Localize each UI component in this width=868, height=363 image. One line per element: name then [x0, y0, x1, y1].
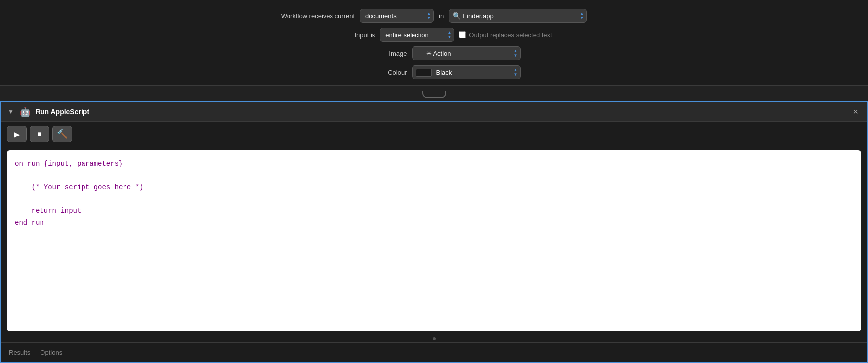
close-button[interactable]: ×: [850, 106, 861, 117]
code-editor[interactable]: on run {input, parameters} (* Your scrip…: [7, 150, 861, 331]
connector-divider: [0, 86, 868, 101]
in-label: in: [439, 12, 444, 20]
output-replaces-label[interactable]: Output replaces selected text: [459, 31, 552, 39]
workflow-row: Workflow receives current documents ▲ ▼ …: [0, 9, 868, 23]
colour-select-wrapper: Black White Red Blue ▲ ▼: [412, 65, 521, 79]
panel-title: Run AppleScript: [36, 108, 89, 116]
results-tab[interactable]: Results: [9, 348, 30, 357]
top-panel: Workflow receives current documents ▲ ▼ …: [0, 0, 868, 86]
script-toolbar: ▶ ■ 🔨: [1, 122, 867, 146]
panel-footer: Results Options: [1, 342, 867, 362]
input-select[interactable]: entire selection: [380, 28, 454, 42]
colour-row: Colour Black White Red Blue ▲ ▼: [0, 65, 868, 79]
collapse-button[interactable]: ▼: [7, 107, 15, 116]
stop-button[interactable]: ■: [30, 126, 49, 142]
build-button[interactable]: 🔨: [52, 126, 72, 142]
arc-connector: [422, 89, 446, 98]
image-select-wrapper: ✳ Action ▲ ▼: [412, 46, 521, 60]
code-content: on run {input, parameters} (* Your scrip…: [15, 158, 853, 229]
panel-header-left: ▼ 🤖 Run AppleScript: [7, 106, 89, 117]
options-tab[interactable]: Options: [40, 348, 62, 357]
run-applescript-panel: ▼ 🤖 Run AppleScript × ▶ ■ 🔨 on run {inpu…: [0, 101, 868, 363]
workflow-label: Workflow receives current: [281, 12, 355, 20]
documents-select[interactable]: documents: [360, 9, 434, 23]
image-row: Image ✳ Action ▲ ▼: [0, 46, 868, 60]
colour-select[interactable]: Black White Red Blue: [412, 65, 521, 79]
image-label: Image: [348, 50, 407, 57]
app-container: Workflow receives current documents ▲ ▼ …: [0, 0, 868, 363]
input-label: Input is: [316, 31, 375, 39]
arc-right: [434, 91, 446, 98]
documents-select-wrapper: documents ▲ ▼: [360, 9, 434, 23]
output-replaces-text: Output replaces selected text: [469, 31, 552, 39]
scroll-indicator: [1, 335, 867, 342]
image-select[interactable]: ✳ Action: [412, 46, 521, 60]
colour-label: Colour: [348, 69, 407, 76]
finder-select-wrapper: 🔍 Finder.app ▲ ▼: [449, 9, 587, 23]
output-replaces-checkbox[interactable]: [459, 31, 466, 38]
run-button[interactable]: ▶: [7, 126, 27, 142]
input-select-wrapper: entire selection ▲ ▼: [380, 28, 454, 42]
panel-icon: 🤖: [20, 106, 31, 117]
arc-left: [422, 91, 434, 98]
panel-header: ▼ 🤖 Run AppleScript ×: [1, 102, 867, 122]
finder-select[interactable]: Finder.app: [449, 9, 587, 23]
input-row: Input is entire selection ▲ ▼ Output rep…: [0, 28, 868, 42]
scroll-dot: [433, 337, 436, 340]
